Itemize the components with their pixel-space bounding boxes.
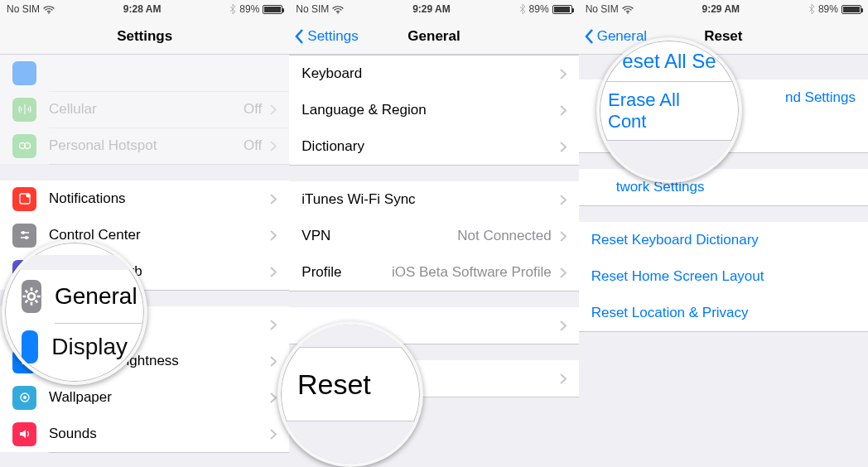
row-label: VPN: [301, 228, 457, 244]
chevron-right-icon: [560, 69, 567, 79]
back-label: General: [597, 28, 647, 45]
chevron-left-icon: [584, 28, 594, 45]
screenshot-settings-root: No SIM 9:28 AM 89% Settings: [0, 0, 289, 467]
row-reset-network-settings[interactable]: twork Settings: [579, 169, 868, 205]
chevron-right-icon: [270, 104, 277, 115]
row-label: Language & Region: [301, 102, 551, 118]
generic-app-icon: [12, 61, 36, 85]
svg-point-0: [48, 12, 50, 14]
chevron-right-icon: [560, 231, 567, 242]
chevron-right-icon: [560, 142, 567, 152]
status-bar: No SIM 9:29 AM 89%: [579, 0, 868, 18]
magnifier-label-reset: Reset: [297, 368, 371, 401]
back-label: Settings: [307, 28, 358, 45]
row-label: iTunes Wi-Fi Sync: [301, 191, 551, 208]
row-profile[interactable]: Profile iOS Beta Software Profile: [289, 254, 578, 291]
chevron-left-icon: [294, 28, 304, 45]
row-wallpaper[interactable]: Wallpaper: [0, 379, 289, 416]
wifi-icon: [622, 5, 634, 13]
display-icon: [22, 330, 38, 363]
chevron-right-icon: [270, 392, 277, 403]
chevron-right-icon: [270, 230, 277, 241]
chevron-right-icon: [560, 105, 567, 116]
row-value: Not Connected: [457, 228, 551, 244]
battery-pct: 89%: [529, 3, 549, 15]
row-value: Off: [244, 137, 262, 154]
row-label: twork Settings: [591, 179, 856, 195]
chevron-right-icon: [270, 141, 277, 152]
status-time: 9:29 AM: [412, 3, 451, 15]
chevron-right-icon: [270, 429, 277, 440]
row-label: Profile: [301, 264, 392, 281]
status-time: 9:29 AM: [702, 3, 740, 15]
row-language-region[interactable]: Language & Region: [289, 92, 578, 128]
row-keyboard[interactable]: Keyboard: [289, 55, 578, 92]
navbar: Settings General: [289, 18, 578, 55]
cellular-icon: [12, 98, 36, 122]
row-label: Wallpaper: [49, 389, 262, 406]
wifi-icon: [332, 5, 344, 13]
chevron-right-icon: [270, 320, 277, 330]
svg-point-11: [337, 12, 339, 14]
svg-point-12: [627, 12, 629, 14]
back-button[interactable]: Settings: [294, 18, 358, 54]
navbar: Settings: [0, 18, 289, 55]
row-vpn[interactable]: VPN Not Connected: [289, 218, 578, 254]
row-partial-top: [0, 55, 289, 91]
svg-point-4: [26, 194, 30, 198]
row-reset-home-screen-layout[interactable]: Reset Home Screen Layout: [579, 258, 868, 295]
magnifier-label-general: General: [55, 283, 137, 310]
status-bar: No SIM 9:29 AM 89%: [289, 0, 578, 18]
row-label: Reset Home Screen Layout: [591, 268, 856, 285]
row-label: Sounds: [49, 426, 262, 442]
row-sounds[interactable]: Sounds: [0, 416, 289, 452]
carrier-text: No SIM: [586, 3, 619, 15]
row-label: Reset Location & Privacy: [591, 305, 856, 321]
svg-point-6: [25, 236, 28, 239]
page-title: Settings: [0, 28, 289, 45]
row-label: Notifications: [49, 190, 262, 207]
row-cellular[interactable]: Cellular Off: [0, 91, 289, 128]
row-label: Reset Keyboard Dictionary: [591, 232, 856, 248]
magnifier-general: General Display: [2, 239, 147, 385]
status-bar: No SIM 9:28 AM 89%: [0, 0, 289, 18]
wallpaper-icon: [12, 386, 36, 410]
chevron-right-icon: [270, 267, 277, 277]
battery-pct: 89%: [239, 3, 259, 15]
wifi-icon: [43, 5, 55, 13]
svg-point-13: [28, 293, 35, 300]
battery-icon: [552, 5, 572, 14]
chevron-right-icon: [270, 356, 277, 367]
magnifier-label-erase-all: Erase All Cont: [608, 89, 722, 132]
battery-icon: [263, 5, 282, 14]
row-dictionary[interactable]: Dictionary: [289, 128, 578, 165]
svg-point-5: [22, 231, 25, 234]
chevron-right-icon: [560, 373, 567, 384]
bluetooth-icon: [519, 4, 526, 14]
chevron-right-icon: [560, 320, 567, 331]
notifications-icon: [12, 187, 36, 211]
row-label: Dictionary: [301, 138, 551, 155]
carrier-text: No SIM: [7, 3, 40, 15]
row-label: Personal Hotspot: [49, 137, 244, 154]
row-label: Keyboard: [301, 65, 551, 82]
row-reset-location-privacy[interactable]: Reset Location & Privacy: [579, 295, 868, 331]
row-itunes-wifi-sync[interactable]: iTunes Wi-Fi Sync: [289, 181, 578, 218]
chevron-right-icon: [270, 194, 277, 205]
row-notifications[interactable]: Notifications: [0, 181, 289, 217]
battery-pct: 89%: [818, 3, 838, 15]
row-label: Cellular: [49, 101, 244, 118]
navbar: General Reset: [579, 18, 868, 55]
hotspot-icon: [12, 134, 36, 158]
magnifier-reset: Reset: [277, 321, 423, 467]
row-personal-hotspot[interactable]: Personal Hotspot Off: [0, 128, 289, 164]
control-center-icon: [12, 224, 36, 248]
battery-icon: [841, 5, 861, 14]
svg-point-10: [23, 396, 27, 399]
row-reset-keyboard-dictionary[interactable]: Reset Keyboard Dictionary: [579, 222, 868, 258]
carrier-text: No SIM: [296, 3, 329, 15]
magnifier-label-display: Display: [51, 334, 128, 360]
row-value: Off: [244, 101, 262, 118]
gear-icon: [22, 280, 41, 313]
magnifier-label-reset-all: eset All Se: [622, 50, 716, 73]
